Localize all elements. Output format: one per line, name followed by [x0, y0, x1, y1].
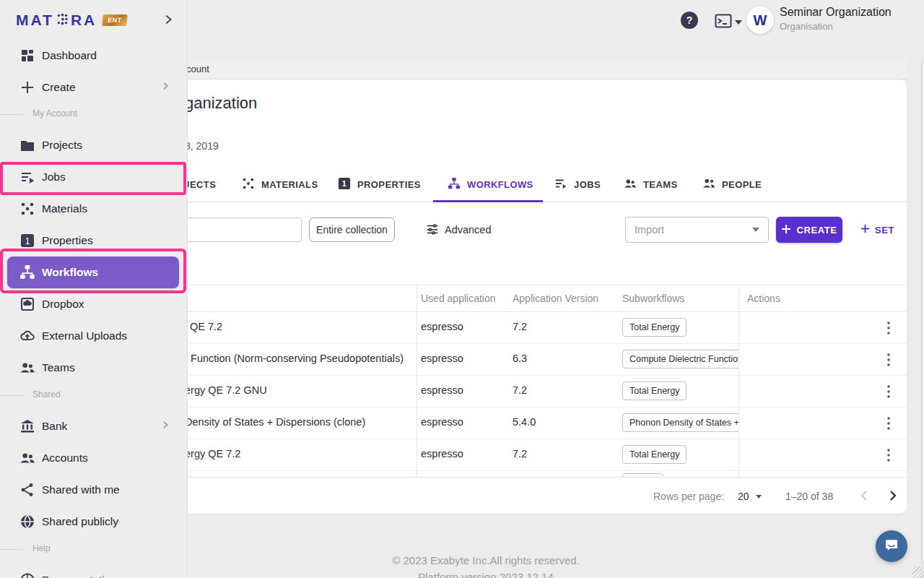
subworkflow-chip[interactable]: Compute Dielectric Function: [622, 350, 738, 368]
entire-collection-button[interactable]: Entire collection: [309, 217, 395, 242]
properties-badge-icon: 1: [19, 233, 35, 249]
jobs-list-icon: [19, 169, 35, 185]
org-type: Organisation: [780, 21, 892, 32]
resize-handle[interactable]: [912, 566, 924, 578]
column-used-application: Used application: [421, 293, 496, 304]
subworkflow-chip[interactable]: Total Energy: [622, 445, 687, 464]
chevron-down-icon: [756, 495, 762, 499]
subworkflow-chip[interactable]: Total Energy: [622, 318, 687, 337]
tab-jobs[interactable]: JOBS: [554, 167, 601, 202]
sidebar-item-projects[interactable]: Projects: [0, 129, 188, 161]
sidebar-item-documentation[interactable]: Documentation: [0, 564, 188, 578]
sidebar-item-dashboard[interactable]: Dashboard: [0, 40, 188, 72]
row-actions-kebab-icon[interactable]: [881, 447, 897, 463]
plus-icon: [860, 224, 870, 236]
tab-teams[interactable]: TEAMS: [624, 167, 678, 202]
column-subworkflows: Subworkflows: [622, 293, 684, 304]
help-icon[interactable]: ?: [681, 12, 698, 29]
chevron-right-icon: [160, 420, 170, 433]
globe-icon: [19, 514, 35, 530]
create-button[interactable]: CREATE: [776, 217, 842, 243]
cloud-upload-icon: [19, 328, 35, 344]
chevron-right-icon: [160, 81, 170, 94]
scrollbar-track[interactable]: [921, 59, 922, 578]
tab-workflows[interactable]: WORKFLOWS: [448, 167, 533, 202]
chat-bubble-icon: [884, 537, 899, 556]
column-actions: Actions: [747, 293, 780, 304]
sidebar-item-workflows[interactable]: Workflows: [7, 256, 179, 288]
teams-people-icon: [624, 177, 637, 192]
row-actions-kebab-icon[interactable]: [881, 320, 897, 336]
section-label-shared: Shared: [32, 389, 61, 400]
copyright-text: © 2023 Exabyte Inc.All rights reserved.: [392, 554, 580, 566]
mat3ra-logo[interactable]: MAT RA ENT: [16, 12, 127, 29]
sidebar-item-materials[interactable]: Materials: [0, 193, 188, 225]
platform-version-text: Platform version 2023.12.14: [418, 571, 554, 578]
sidebar-item-shared-with-me[interactable]: Shared with me: [0, 474, 188, 506]
rows-per-page-label: Rows per page:: [653, 491, 724, 502]
row-actions-kebab-icon[interactable]: [881, 384, 897, 400]
plus-icon: [781, 224, 791, 236]
logo-dotted-3-icon: [56, 12, 69, 29]
tab-properties[interactable]: 1 PROPERTIES: [338, 167, 421, 202]
org-info[interactable]: Seminar Organization Organisation: [780, 6, 892, 32]
sidebar-item-jobs[interactable]: Jobs: [0, 161, 188, 193]
properties-badge-icon: 1: [338, 177, 351, 192]
advanced-filter-button[interactable]: Advanced: [426, 217, 492, 242]
row-actions-kebab-icon[interactable]: [881, 415, 897, 431]
teams-people-icon: [19, 360, 35, 376]
subworkflow-chip[interactable]: Phonon Density of States + Di: [622, 413, 738, 432]
share-icon: [19, 482, 35, 498]
sidebar-item-dropbox[interactable]: Dropbox: [0, 288, 188, 320]
sidebar-item-shared-publicly[interactable]: Shared publicly: [0, 506, 188, 538]
import-select[interactable]: Import: [625, 217, 769, 243]
chevron-down-icon: [752, 228, 759, 232]
page-subtitle-date: 3, 2019: [185, 140, 219, 152]
svg-text:1: 1: [342, 179, 346, 188]
console-menu-button[interactable]: [715, 14, 742, 31]
filter-tune-icon: [426, 223, 439, 238]
people-icon: [702, 177, 715, 192]
next-page-button[interactable]: [883, 487, 902, 506]
ent-badge: ENT: [102, 14, 127, 26]
sidebar-item-create[interactable]: Create: [0, 72, 188, 103]
section-label-help: Help: [32, 543, 51, 553]
column-application-version: Application Version: [513, 293, 598, 304]
jobs-list-icon: [554, 177, 567, 192]
materials-dots-icon: [242, 177, 255, 192]
sidebar-item-teams[interactable]: Teams: [0, 352, 188, 384]
workflow-tree-icon: [448, 177, 461, 192]
svg-text:1: 1: [25, 236, 30, 246]
subworkflow-chip[interactable]: Total Energy: [622, 381, 687, 400]
sidebar: MAT RA ENT Dashboard Create My Account P…: [0, 0, 188, 578]
sidebar-item-bank[interactable]: Bank: [0, 410, 188, 442]
terminal-icon: [715, 14, 732, 31]
previous-page-button[interactable]: [855, 487, 874, 506]
page-title: ganization: [185, 94, 257, 113]
chat-widget-button[interactable]: [876, 530, 907, 562]
chevron-down-icon: [735, 20, 742, 25]
plus-icon: [19, 79, 35, 95]
active-tab-indicator: [433, 200, 543, 202]
set-button[interactable]: SET: [860, 217, 894, 243]
documentation-icon: [19, 572, 35, 578]
dropbox-icon: [19, 296, 35, 312]
avatar[interactable]: W: [746, 7, 774, 34]
sidebar-item-external-uploads[interactable]: External Uploads: [0, 320, 188, 352]
workflow-tree-icon: [19, 264, 35, 280]
bank-icon: [19, 418, 35, 434]
dashboard-icon: [19, 48, 35, 64]
folder-icon: [19, 137, 35, 153]
breadcrumb: count: [186, 59, 209, 79]
pagination-range: 1–20 of 38: [785, 491, 833, 502]
sidebar-collapse-chevron[interactable]: [162, 13, 175, 28]
tab-materials[interactable]: MATERIALS: [242, 167, 318, 202]
materials-dots-icon: [19, 201, 35, 217]
section-label-my-account: My Account: [32, 108, 77, 118]
sidebar-item-accounts[interactable]: Accounts: [0, 442, 188, 474]
sidebar-item-properties[interactable]: 1 Properties: [0, 225, 188, 256]
accounts-people-icon: [19, 450, 35, 466]
rows-per-page-select[interactable]: 20: [738, 491, 762, 502]
row-actions-kebab-icon[interactable]: [881, 352, 897, 368]
tab-people[interactable]: PEOPLE: [702, 167, 762, 202]
